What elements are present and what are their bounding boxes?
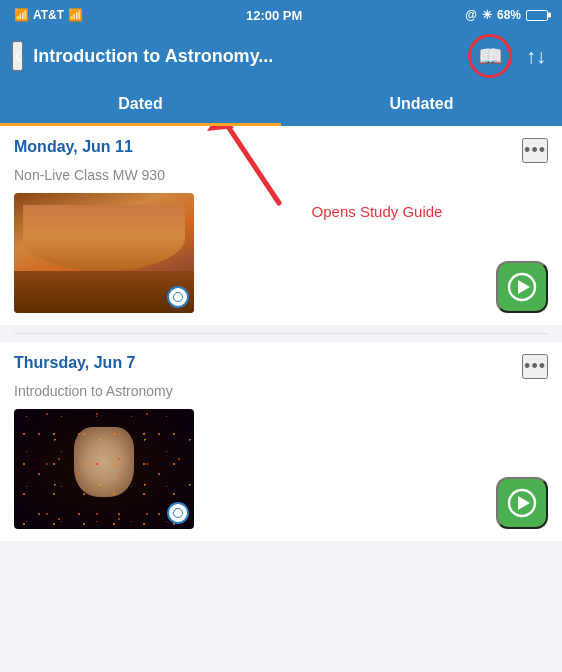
- sort-button[interactable]: ↑↓: [522, 45, 550, 68]
- thumbnail-overlay-icon: [167, 286, 189, 308]
- play-button[interactable]: [496, 477, 548, 529]
- recording-date: Monday, Jun 11: [14, 138, 133, 156]
- recording-date: Thursday, Jun 7: [14, 354, 136, 372]
- recording-item: Monday, Jun 11 ••• Non-Live Class MW 930…: [0, 126, 562, 325]
- tab-dated[interactable]: Dated: [0, 82, 281, 126]
- tab-undated[interactable]: Undated: [281, 82, 562, 126]
- wifi-icon: 📶: [68, 8, 83, 22]
- bluetooth-icon: ✳: [482, 8, 492, 22]
- carrier-info: 📶 AT&T 📶: [14, 8, 83, 22]
- book-icon: 📖: [478, 44, 503, 68]
- annotation-area: [206, 409, 548, 529]
- svg-marker-1: [207, 126, 234, 131]
- nav-bar: ‹ Introduction to Astronomy... 📖 ↑↓: [0, 30, 562, 82]
- at-icon: @: [465, 8, 477, 22]
- recording-subtitle: Introduction to Astronomy: [14, 383, 548, 399]
- recording-subtitle: Non-Live Class MW 930: [14, 167, 548, 183]
- annotation-area: Opens Study Guide: [206, 193, 548, 313]
- more-button[interactable]: •••: [522, 354, 548, 379]
- status-right: @ ✳ 68%: [465, 8, 548, 22]
- more-button[interactable]: •••: [522, 138, 548, 163]
- recording-item: Thursday, Jun 7 ••• Introduction to Astr…: [0, 342, 562, 541]
- back-button[interactable]: ‹: [12, 41, 23, 71]
- signal-icon: 📶: [14, 8, 29, 22]
- tab-bar: Dated Undated: [0, 82, 562, 126]
- content-area: Monday, Jun 11 ••• Non-Live Class MW 930…: [0, 126, 562, 672]
- thumbnail-overlay-icon: [167, 502, 189, 524]
- thumbnail[interactable]: [14, 409, 194, 529]
- play-icon: [507, 272, 537, 302]
- opens-study-guide-label: Opens Study Guide: [206, 203, 548, 220]
- play-button[interactable]: [496, 261, 548, 313]
- study-guide-button[interactable]: 📖: [468, 34, 512, 78]
- battery-percent: 68%: [497, 8, 521, 22]
- nav-title: Introduction to Astronomy...: [33, 46, 458, 67]
- svg-marker-5: [518, 496, 530, 510]
- divider: [14, 333, 548, 334]
- svg-marker-3: [518, 280, 530, 294]
- time-display: 12:00 PM: [246, 8, 302, 23]
- thumbnail[interactable]: [14, 193, 194, 313]
- battery-icon: [526, 10, 548, 21]
- study-guide-circle: 📖: [468, 34, 512, 78]
- status-bar: 📶 AT&T 📶 12:00 PM @ ✳ 68%: [0, 0, 562, 30]
- play-icon: [507, 488, 537, 518]
- carrier-label: AT&T: [33, 8, 64, 22]
